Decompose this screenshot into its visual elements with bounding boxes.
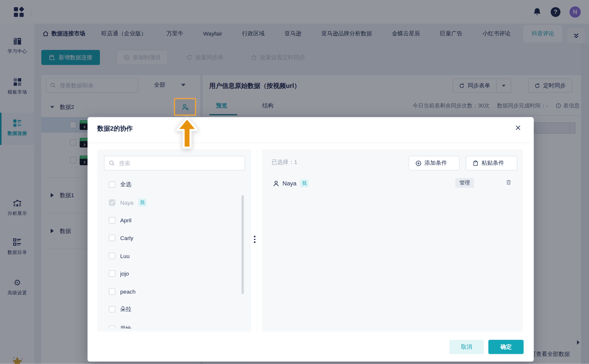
selected-count: 已选择：1 bbox=[272, 159, 297, 166]
paste-icon bbox=[473, 160, 479, 166]
selected-members-panel: 已选择：1 添加条件 粘贴条件 Naya 我 管理 bbox=[262, 149, 523, 331]
paste-condition-button[interactable]: 粘贴条件 bbox=[466, 156, 517, 170]
confirm-button[interactable]: 确定 bbox=[488, 340, 524, 354]
divider bbox=[87, 143, 534, 143]
close-icon[interactable]: × bbox=[513, 122, 523, 133]
member-row[interactable]: Luu bbox=[97, 247, 251, 265]
member-row[interactable]: April bbox=[97, 211, 251, 229]
member-search[interactable] bbox=[104, 156, 245, 170]
member-row[interactable]: 全选 bbox=[97, 176, 251, 194]
person-icon bbox=[273, 180, 279, 187]
annotation-highlight-box bbox=[174, 98, 196, 116]
collaboration-modal: 数据2的协作 × 全选 bbox=[87, 117, 534, 362]
member-row[interactable]: jojo bbox=[97, 265, 251, 283]
role-select[interactable]: 管理 bbox=[455, 178, 474, 188]
cancel-button[interactable]: 取消 bbox=[449, 340, 484, 354]
member-row[interactable]: Carly bbox=[97, 229, 251, 247]
annotation-arrow-up-icon bbox=[175, 117, 199, 149]
divider bbox=[257, 149, 257, 331]
checkbox[interactable] bbox=[109, 199, 115, 206]
search-icon bbox=[108, 160, 115, 166]
add-condition-button[interactable]: 添加条件 bbox=[409, 156, 459, 170]
member-search-input[interactable] bbox=[118, 160, 240, 167]
selected-member-name: Naya bbox=[282, 180, 296, 187]
checkbox[interactable] bbox=[109, 270, 115, 277]
member-row[interactable]: 思恰 bbox=[97, 320, 251, 329]
checkbox[interactable] bbox=[109, 182, 115, 188]
checkbox[interactable] bbox=[109, 253, 115, 259]
member-picker-panel: 全选 Naya 我 April bbox=[97, 149, 251, 331]
member-row[interactable]: 朵拉 bbox=[97, 300, 251, 318]
member-row[interactable]: peach bbox=[97, 283, 251, 300]
me-badge: 我 bbox=[138, 199, 147, 206]
plus-circle-icon bbox=[416, 160, 421, 166]
checkbox[interactable] bbox=[109, 288, 115, 295]
drag-handle[interactable] bbox=[254, 236, 255, 243]
scrollbar-thumb[interactable] bbox=[242, 195, 244, 294]
selected-member-row: Naya 我 管理 bbox=[262, 177, 523, 190]
checkbox[interactable] bbox=[109, 326, 115, 329]
checkbox[interactable] bbox=[109, 217, 115, 223]
me-badge: 我 bbox=[300, 180, 308, 187]
checkbox[interactable] bbox=[109, 306, 115, 312]
modal-title: 数据2的协作 bbox=[97, 124, 133, 133]
checkbox[interactable] bbox=[109, 235, 115, 241]
member-row[interactable]: Naya 我 bbox=[97, 194, 251, 211]
member-list: 全选 Naya 我 April bbox=[97, 176, 251, 329]
trash-icon[interactable] bbox=[505, 179, 512, 186]
app-screen: ? N 学习中心 模板市场 数据连接 分析展示 bbox=[0, 0, 589, 364]
